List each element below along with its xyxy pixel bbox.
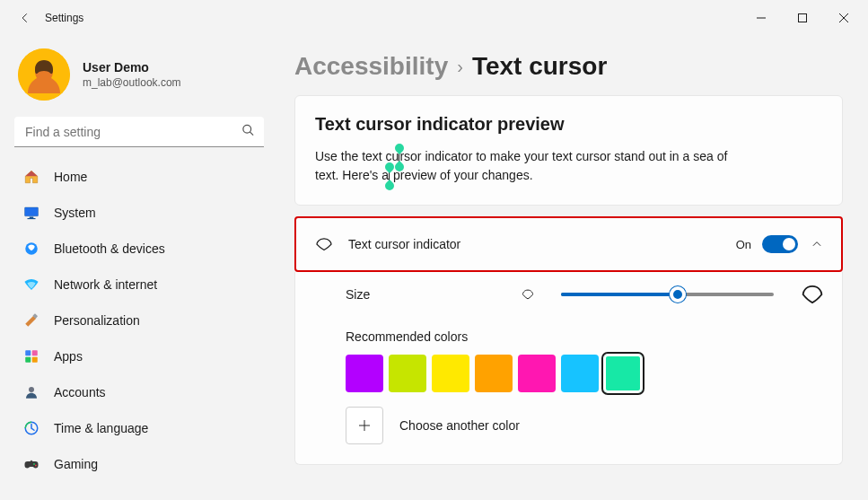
- maximize-button[interactable]: [782, 4, 823, 32]
- nav-icon: [23, 384, 39, 400]
- choose-another-color-label: Choose another color: [399, 418, 520, 433]
- nav-icon: [23, 348, 39, 364]
- search-input[interactable]: [14, 117, 264, 147]
- color-swatch-1[interactable]: [389, 355, 426, 392]
- size-label: Size: [346, 287, 507, 302]
- choose-another-color-button[interactable]: [346, 407, 383, 444]
- size-preview-small-icon: [522, 289, 534, 300]
- nav-icon: [23, 205, 39, 221]
- sidebar-item-time-language[interactable]: Time & language: [13, 411, 266, 445]
- recommended-colors-heading: Recommended colors: [346, 329, 824, 344]
- chevron-right-icon: ›: [457, 57, 463, 77]
- color-swatch-2[interactable]: [432, 355, 469, 392]
- search-box[interactable]: [14, 117, 264, 147]
- page-title: Text cursor: [472, 52, 607, 81]
- sidebar-item-gaming[interactable]: Gaming: [13, 447, 266, 481]
- avatar: [18, 48, 70, 101]
- indicator-label: Text cursor indicator: [348, 237, 736, 251]
- color-swatch-0[interactable]: [346, 355, 383, 392]
- svg-point-19: [35, 465, 37, 467]
- color-swatch-5[interactable]: [561, 355, 599, 392]
- sidebar-item-home[interactable]: Home: [13, 160, 266, 194]
- svg-rect-13: [32, 350, 38, 355]
- preview-card: Text cursor indicator preview Use the te…: [294, 95, 843, 206]
- window-title: Settings: [45, 12, 83, 24]
- svg-rect-15: [32, 357, 38, 363]
- text-cursor-indicator-preview-2: [389, 166, 390, 185]
- back-button[interactable]: [14, 7, 36, 29]
- preview-text: Use the text cursor indicator to make yo…: [315, 147, 746, 185]
- nav-icon: [23, 456, 39, 472]
- nav-label: Network & internet: [54, 277, 157, 292]
- nav-icon: [23, 420, 39, 436]
- nav-label: Gaming: [54, 457, 98, 471]
- size-slider[interactable]: [561, 285, 774, 303]
- minimize-button[interactable]: [741, 4, 782, 32]
- chevron-up-icon[interactable]: [811, 238, 823, 250]
- nav-label: Time & language: [54, 421, 148, 435]
- breadcrumb-parent[interactable]: Accessibility: [294, 52, 448, 81]
- user-name: User Demo: [83, 60, 181, 75]
- user-profile[interactable]: User Demo m_lab@outlook.com: [13, 43, 266, 117]
- slider-thumb[interactable]: [670, 286, 686, 303]
- nav-label: System: [54, 206, 96, 220]
- svg-line-6: [250, 132, 253, 136]
- nav-label: Apps: [54, 349, 83, 364]
- color-swatch-3[interactable]: [475, 355, 513, 392]
- user-email: m_lab@outlook.com: [83, 76, 181, 89]
- svg-point-5: [243, 125, 251, 133]
- svg-rect-12: [25, 350, 31, 355]
- color-swatch-6[interactable]: [604, 355, 642, 392]
- nav-icon: [23, 241, 39, 257]
- svg-rect-1: [799, 14, 807, 22]
- nav-label: Bluetooth & devices: [54, 241, 165, 256]
- nav-label: Personalization: [54, 313, 140, 328]
- nav-icon: [23, 169, 39, 185]
- sidebar-item-network-internet[interactable]: Network & internet: [13, 268, 266, 302]
- svg-rect-7: [25, 207, 39, 216]
- size-preview-large-icon: [801, 285, 824, 304]
- breadcrumb: Accessibility › Text cursor: [294, 52, 843, 81]
- nav-icon: [23, 312, 39, 329]
- indicator-state: On: [736, 238, 751, 251]
- close-button[interactable]: [823, 4, 864, 32]
- svg-point-16: [29, 387, 34, 392]
- nav-label: Home: [54, 170, 87, 184]
- indicator-icon: [314, 237, 334, 251]
- svg-point-18: [33, 463, 35, 465]
- preview-heading: Text cursor indicator preview: [315, 114, 822, 135]
- nav-label: Accounts: [54, 385, 106, 399]
- sidebar-item-apps[interactable]: Apps: [13, 339, 266, 373]
- svg-rect-9: [28, 218, 36, 219]
- text-cursor-indicator-preview-1: [399, 147, 399, 166]
- svg-rect-14: [25, 357, 31, 363]
- nav-icon: [23, 276, 39, 293]
- indicator-toggle[interactable]: [762, 235, 798, 253]
- sidebar-item-personalization[interactable]: Personalization: [13, 303, 266, 338]
- color-swatch-4[interactable]: [518, 355, 556, 392]
- indicator-subpanel: Size Recommended colors Choose another c…: [294, 272, 843, 465]
- search-icon: [241, 124, 255, 141]
- svg-rect-8: [30, 217, 34, 219]
- sidebar-item-bluetooth-devices[interactable]: Bluetooth & devices: [13, 232, 266, 266]
- sidebar-item-accounts[interactable]: Accounts: [13, 375, 266, 409]
- text-cursor-indicator-row[interactable]: Text cursor indicator On: [294, 216, 843, 272]
- sidebar-item-system[interactable]: System: [13, 196, 266, 230]
